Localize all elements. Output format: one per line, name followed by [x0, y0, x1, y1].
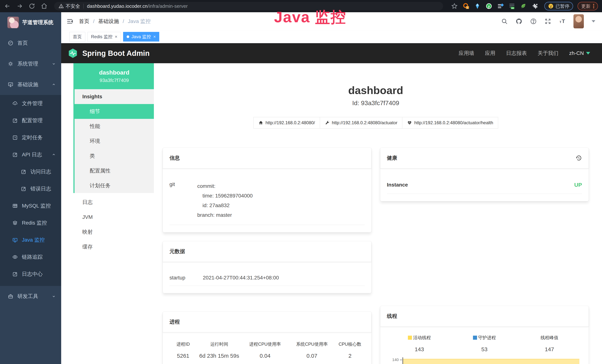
health-card-header: 健康	[380, 148, 589, 168]
spring-boot-admin-logo[interactable]	[67, 48, 78, 59]
process-col-uptime: 运行时间 6d 23h 15m 59s	[197, 341, 242, 359]
sba-body: dashboard 93a3fc7f7409 Insights 细节 性能 环境…	[61, 63, 602, 364]
sidebar-item-dev-tools[interactable]: 研发工具	[0, 286, 61, 307]
back-icon[interactable]	[4, 3, 11, 10]
sidebar: 芋道管理系统 首页 系统管理 基础设施 文件管理	[0, 12, 61, 364]
sba-nav-wallboard[interactable]: 应用墙	[459, 50, 474, 57]
locale-select[interactable]: zh-CN	[569, 50, 590, 56]
user-avatar[interactable]	[573, 14, 584, 28]
font-size-icon[interactable]: тT	[559, 18, 566, 25]
sidebar-item-redis-monitor[interactable]: Redis 监控	[0, 214, 61, 231]
extension-grid-icon[interactable]	[497, 3, 504, 10]
log-icon	[21, 169, 26, 174]
sidebar-item-system[interactable]: 系统管理	[0, 54, 61, 74]
sidebar-item-config-manage[interactable]: 配置管理	[0, 112, 61, 129]
history-icon[interactable]	[575, 155, 582, 161]
sba-item-logs[interactable]: 日志	[74, 195, 154, 210]
fullscreen-icon[interactable]	[545, 18, 551, 25]
breadcrumb-infra[interactable]: 基础设施	[89, 18, 119, 25]
forward-icon[interactable]	[16, 3, 23, 10]
sba-item-caches[interactable]: 缓存	[74, 239, 154, 254]
help-icon[interactable]	[530, 18, 537, 25]
reload-icon[interactable]	[29, 3, 35, 10]
sba-item-scheduled-tasks[interactable]: 计划任务	[75, 178, 154, 193]
svg-text:on: on	[511, 7, 514, 9]
breadcrumb-home[interactable]: 首页	[79, 18, 89, 25]
page-title: dashboard	[163, 84, 589, 96]
instance-id: 93a3fc7f7409	[100, 77, 129, 83]
sidebar-item-java-monitor[interactable]: Java 监控	[0, 231, 61, 248]
close-icon[interactable]: ×	[115, 34, 117, 39]
update-label: 更新	[581, 3, 591, 9]
sba-item-details[interactable]: 细节	[75, 104, 154, 119]
wrench-icon	[325, 120, 330, 125]
sba-item-classes[interactable]: 类	[75, 149, 154, 163]
home-icon[interactable]	[41, 3, 47, 10]
table-row: startup 2021-04-27T00:44:31.254+08:00	[170, 268, 365, 286]
tab-home[interactable]: 首页	[69, 32, 85, 42]
sidebar-item-tracing[interactable]: 链路追踪	[0, 248, 61, 266]
paused-badge[interactable]: 已暂停	[544, 2, 573, 11]
tab-redis-monitor[interactable]: Redis 监控 ×	[87, 32, 121, 42]
extension-orange-icon[interactable]: 1	[462, 3, 469, 10]
info-card-body: git commit: time: 1596289704000 id: 27aa…	[163, 168, 371, 232]
sba-header: Spring Boot Admin 应用墙 应用 日志报表 关于我们 zh-CN	[61, 43, 602, 63]
screen: 不安全 dashboard.yudao.iocoder.cn /infra/ad…	[0, 0, 602, 364]
health-card-body: Instance UP	[380, 168, 589, 201]
sidebar-item-scheduled-tasks[interactable]: 定时任务	[0, 129, 61, 146]
update-button[interactable]: 更新	[578, 2, 598, 11]
sidebar-item-home[interactable]: 首页	[0, 33, 61, 54]
actuator-url-button[interactable]: http://192.168.0.2:48080/actuator	[320, 117, 402, 128]
extension-pin-icon[interactable]	[474, 3, 481, 10]
bookmark-star-icon[interactable]	[451, 3, 458, 10]
sidebar-toggle-icon[interactable]	[66, 18, 74, 25]
sba-item-config-props[interactable]: 配置属性	[75, 163, 154, 178]
legend-yellow-swatch	[408, 336, 412, 340]
dashboard-icon	[8, 40, 13, 46]
sba-nav-applications[interactable]: 应用	[485, 50, 495, 57]
sba-nav-about[interactable]: 关于我们	[538, 50, 559, 57]
info-card-header: 信息	[163, 148, 371, 168]
health-url-button[interactable]: http://192.168.0.2:48080/actuator/health	[402, 117, 498, 128]
kebab-menu-icon[interactable]	[593, 3, 594, 9]
search-icon[interactable]	[501, 18, 508, 25]
sidebar-item-access-log[interactable]: 访问日志	[0, 163, 61, 180]
avatar-caret-icon[interactable]	[592, 20, 595, 22]
sidebar-item-error-log[interactable]: 错误日志	[0, 180, 61, 197]
service-url-button[interactable]: http://192.168.0.2:48080/	[253, 117, 320, 128]
process-col-system-cpu: 系统CPU使用率 0.07	[289, 341, 335, 359]
sba-item-metrics[interactable]: 性能	[75, 119, 154, 134]
sba-item-mappings[interactable]: 映射	[74, 225, 154, 239]
y-axis-tick: 140	[387, 358, 399, 362]
extension-green-circle-icon[interactable]: y	[485, 3, 492, 10]
url-host: dashboard.yudao.iocoder.cn	[87, 3, 148, 9]
app-logo	[7, 17, 19, 28]
sba-item-jvm[interactable]: JVM	[74, 210, 154, 225]
extension-on-badge-icon[interactable]: on	[509, 3, 515, 10]
github-icon[interactable]	[516, 18, 522, 25]
url-path: /infra/admin-server	[148, 3, 188, 9]
gear-icon	[8, 61, 13, 66]
sidebar-item-api-log[interactable]: API 日志	[0, 146, 61, 163]
briefcase-icon	[8, 294, 13, 299]
tab-java-monitor[interactable]: Java 监控 ×	[123, 32, 159, 42]
sidebar-item-file-manage[interactable]: 文件管理	[0, 95, 61, 112]
address-bar[interactable]: 不安全 dashboard.yudao.iocoder.cn /infra/ad…	[54, 2, 443, 11]
process-card-header: 进程	[163, 312, 371, 332]
table-row: Instance UP	[387, 174, 582, 194]
annotation-text: Java 监控	[274, 7, 346, 27]
extensions-puzzle-icon[interactable]	[532, 3, 538, 10]
metadata-card-body: startup 2021-04-27T00:44:31.254+08:00	[163, 262, 371, 293]
app-logo-row[interactable]: 芋道管理系统	[0, 12, 61, 33]
page-id: Id: 93a3fc7f7409	[163, 99, 589, 107]
sidebar-item-infra[interactable]: 基础设施	[0, 74, 61, 95]
sba-item-environment[interactable]: 环境	[75, 134, 154, 149]
extension-leaf-icon[interactable]	[520, 3, 527, 10]
instance-header[interactable]: dashboard 93a3fc7f7409	[75, 63, 154, 89]
breadcrumb: 首页 基础设施 Java 监控	[79, 18, 151, 25]
sidebar-item-mysql-monitor[interactable]: MySQL 监控	[0, 197, 61, 214]
close-icon[interactable]: ×	[153, 34, 156, 39]
sba-brand-title[interactable]: Spring Boot Admin	[82, 49, 150, 57]
sba-nav-journal[interactable]: 日志报表	[506, 50, 527, 57]
sidebar-item-log-center[interactable]: 日志中心	[0, 266, 61, 283]
